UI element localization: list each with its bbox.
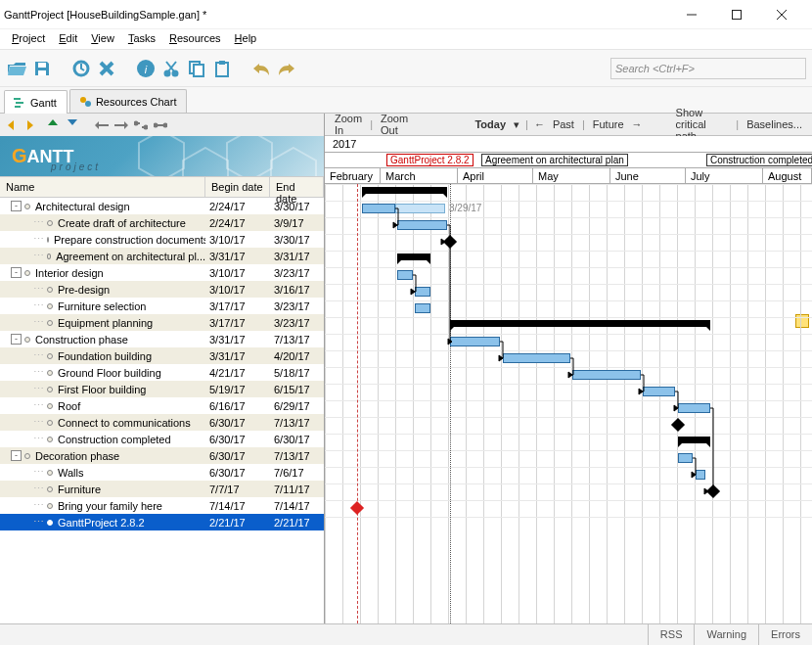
status-errors[interactable]: Errors (758, 624, 812, 645)
milestone-diamond[interactable] (706, 484, 720, 498)
undo-icon[interactable] (250, 58, 272, 79)
task-begin: 3/31/17 (205, 334, 270, 346)
gantt-bar[interactable] (397, 253, 430, 260)
task-row[interactable]: ⋯Agreement on architectural pl...3/31/17… (0, 248, 324, 264)
nav-up-icon[interactable] (45, 117, 61, 133)
menu-tasks[interactable]: Tasks (121, 29, 162, 49)
task-row[interactable]: ⋯Furniture7/7/177/11/17 (0, 481, 324, 497)
zoom-out-button[interactable]: Zoom Out (379, 113, 412, 136)
today-dropdown-icon[interactable]: ▾ (514, 118, 519, 131)
open-icon[interactable] (6, 58, 27, 79)
gantt-bar[interactable] (395, 204, 445, 213)
gantt-bar[interactable] (696, 470, 705, 480)
milestone-diamond[interactable] (671, 418, 685, 432)
task-row[interactable]: -Interior design3/10/173/23/17 (0, 264, 324, 281)
task-row[interactable]: ⋯Bring your family here7/14/177/14/17 (0, 497, 324, 514)
gantt-bar[interactable] (450, 337, 500, 346)
timeline-marker[interactable]: Construction completed by here (706, 154, 812, 166)
tab-resources[interactable]: Resources Chart (69, 89, 188, 113)
task-row[interactable]: ⋯Pre-design3/10/173/16/17 (0, 281, 324, 298)
gantt-bar[interactable] (643, 387, 675, 396)
task-name: Construction phase (35, 334, 128, 346)
gantt-bar[interactable] (678, 403, 710, 413)
menu-project[interactable]: Project (5, 29, 52, 49)
baselines-button[interactable]: Baselines... (744, 118, 804, 130)
task-row[interactable]: ⋯Connect to communications6/30/177/13/17 (0, 414, 324, 431)
task-row[interactable]: -Architectural design2/24/173/30/17 (0, 198, 324, 214)
copy-icon[interactable] (186, 58, 207, 79)
timeline-marker[interactable]: GanttProject 2.8.2 (386, 154, 474, 166)
gantt-bar[interactable] (362, 204, 395, 213)
col-name[interactable]: Name (0, 177, 205, 197)
gantt-bar[interactable] (503, 353, 570, 363)
expander-icon[interactable]: - (11, 201, 22, 211)
gantt-bar[interactable] (678, 437, 710, 443)
task-row[interactable]: ⋯Construction completed6/30/176/30/17 (0, 431, 324, 447)
milestone-diamond[interactable] (443, 235, 457, 249)
status-warning[interactable]: Warning (694, 624, 758, 645)
nav-back-icon[interactable] (6, 117, 22, 133)
gantt-bar[interactable] (397, 220, 447, 230)
outdent-icon[interactable] (94, 117, 110, 133)
task-end: 3/16/17 (270, 284, 324, 296)
gantt-bar[interactable] (415, 303, 430, 313)
task-row[interactable]: ⋯Ground Floor building4/21/175/18/17 (0, 364, 324, 381)
task-row[interactable]: -Decoration phase6/30/177/13/17 (0, 447, 324, 464)
task-row[interactable]: ⋯Foundation building3/31/174/20/17 (0, 347, 324, 364)
nav-fwd-icon[interactable] (25, 117, 41, 133)
minimize-button[interactable] (669, 0, 714, 29)
task-row[interactable]: ⋯First Floor building5/19/176/15/17 (0, 381, 324, 397)
expander-icon[interactable]: - (11, 450, 22, 461)
nav-down-icon[interactable] (65, 117, 80, 133)
link-icon[interactable] (153, 117, 168, 133)
gantt-bar[interactable] (678, 453, 693, 463)
cut-icon[interactable] (160, 58, 182, 79)
task-end: 6/29/17 (270, 400, 324, 412)
today-button[interactable]: Today (473, 118, 508, 130)
timeline-marker[interactable]: Agreement on architectural plan (481, 154, 628, 166)
gantt-bar[interactable] (450, 320, 710, 327)
menu-resources[interactable]: Resources (162, 29, 228, 49)
gantt-bar[interactable] (572, 370, 641, 380)
save-icon[interactable] (31, 58, 53, 79)
gantt-bar[interactable] (362, 187, 447, 194)
col-begin[interactable]: Begin date (205, 177, 270, 197)
gantt-bar[interactable] (397, 270, 413, 280)
expander-icon[interactable]: - (11, 267, 22, 278)
expander-icon[interactable]: - (11, 334, 22, 345)
status-rss[interactable]: RSS (648, 624, 695, 645)
menu-view[interactable]: View (84, 29, 121, 49)
paste-icon[interactable] (211, 58, 233, 79)
maximize-button[interactable] (714, 0, 759, 29)
refresh-icon[interactable] (70, 58, 92, 79)
gantt-bar[interactable] (415, 287, 430, 297)
info-icon[interactable]: i (135, 58, 157, 79)
task-list[interactable]: -Architectural design2/24/173/30/17⋯Crea… (0, 198, 324, 623)
future-button[interactable]: Future (591, 118, 626, 130)
milestone-diamond[interactable] (350, 501, 364, 515)
gantt-icon (13, 96, 26, 110)
past-button[interactable]: Past (551, 118, 576, 130)
tab-gantt[interactable]: Gantt (4, 90, 68, 114)
col-end[interactable]: End date (270, 177, 324, 197)
close-button[interactable] (759, 0, 804, 29)
task-row[interactable]: ⋯Roof6/16/176/29/17 (0, 397, 324, 414)
task-row[interactable]: ⋯Create draft of architecture2/24/173/9/… (0, 214, 324, 231)
redo-icon[interactable] (276, 58, 297, 79)
indent-icon[interactable] (113, 117, 129, 133)
task-row[interactable]: ⋯Walls6/30/177/6/17 (0, 464, 324, 481)
search-input[interactable]: Search <Ctrl+F> (610, 58, 806, 79)
gantt-chart[interactable]: 3/29/17 (325, 184, 812, 623)
zoom-in-button[interactable]: Zoom In (333, 113, 364, 136)
task-row[interactable]: ⋯Furniture selection3/17/173/23/17 (0, 298, 324, 314)
menu-edit[interactable]: Edit (52, 29, 84, 49)
task-row[interactable]: ⋯GanttProject 2.8.22/21/172/21/17 (0, 514, 324, 530)
task-row[interactable]: -Construction phase3/31/177/13/17 (0, 331, 324, 347)
menu-help[interactable]: Help (228, 29, 264, 49)
task-row[interactable]: ⋯Equipment planning3/17/173/23/17 (0, 314, 324, 331)
task-row[interactable]: ⋯Prepare construction documents3/10/173/… (0, 231, 324, 248)
delete-icon[interactable] (96, 58, 117, 79)
svg-rect-12 (194, 65, 203, 76)
month-header: August (763, 168, 812, 183)
unlink-icon[interactable] (133, 117, 149, 133)
